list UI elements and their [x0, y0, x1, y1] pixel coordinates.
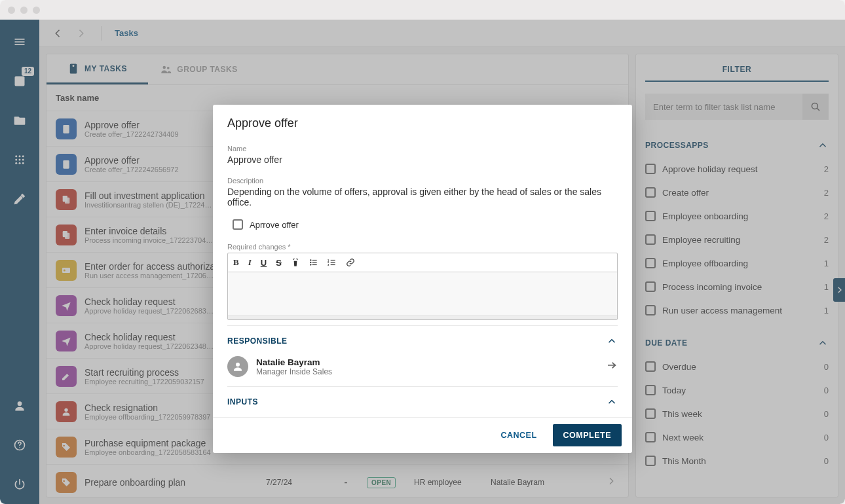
required-changes-editor: B I U S 123	[227, 253, 618, 320]
rte-italic-button[interactable]: I	[248, 257, 252, 268]
rte-clear-button[interactable]	[291, 257, 300, 268]
svg-rect-30	[330, 264, 335, 265]
rte-numbers-button[interactable]: 123	[328, 257, 337, 268]
rte-strike-button[interactable]: S	[276, 257, 282, 268]
responsible-name: Natalie Bayram	[256, 357, 332, 367]
svg-rect-25	[312, 262, 316, 262]
dialog-title: Approve offer	[227, 117, 618, 130]
responsible-section-toggle[interactable]: RESPONSIBLE	[227, 335, 618, 347]
approve-offer-dialog: Approve offer Name Approve offer Descrip…	[213, 105, 632, 453]
rte-bullets-button[interactable]	[309, 257, 318, 268]
inputs-section-toggle[interactable]: INPUTS	[227, 396, 618, 408]
responsible-role: Manager Inside Sales	[256, 367, 332, 376]
svg-rect-28	[330, 260, 335, 261]
rte-underline-button[interactable]: U	[261, 257, 267, 268]
description-label: Description	[227, 177, 618, 185]
name-value: Approve offer	[227, 154, 618, 165]
svg-point-26	[310, 264, 311, 265]
browser-chrome	[0, 0, 845, 20]
required-changes-textarea[interactable]	[228, 272, 617, 315]
required-changes-label: Required changes *	[227, 243, 618, 251]
modal-overlay[interactable]: Approve offer Name Approve offer Descrip…	[0, 20, 845, 504]
svg-point-24	[310, 262, 311, 263]
approve-offer-checkbox-label: Aprrove offer	[250, 220, 299, 230]
cancel-button[interactable]: CANCEL	[490, 424, 547, 446]
svg-rect-23	[312, 260, 316, 261]
rte-link-button[interactable]	[346, 257, 355, 268]
svg-rect-29	[330, 262, 335, 262]
forward-button[interactable]	[606, 359, 618, 374]
description-value: Depending on the volume of offers, appro…	[227, 187, 618, 207]
svg-point-34	[236, 363, 240, 367]
approve-offer-checkbox[interactable]	[233, 219, 243, 230]
rte-bold-button[interactable]: B	[233, 257, 239, 268]
complete-button[interactable]: COMPLETE	[553, 424, 622, 446]
name-label: Name	[227, 145, 618, 153]
svg-text:3: 3	[328, 263, 329, 266]
svg-point-22	[310, 259, 311, 261]
responsible-avatar	[227, 356, 248, 377]
svg-rect-27	[312, 264, 316, 265]
